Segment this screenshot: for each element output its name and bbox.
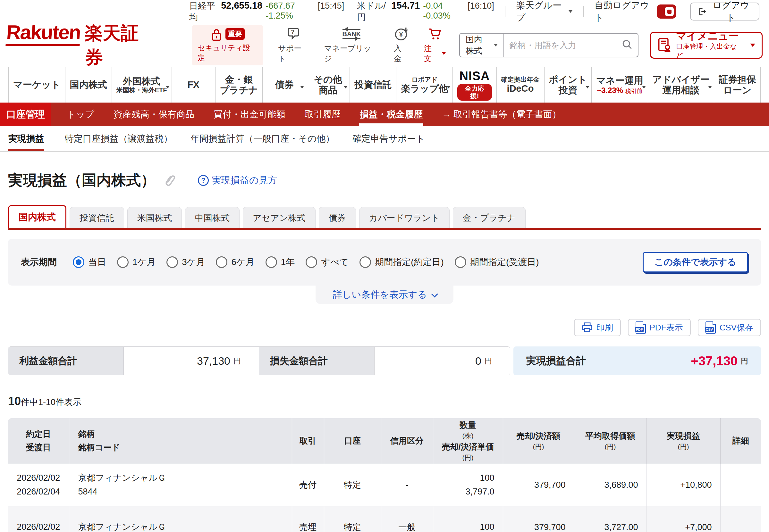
- tab-us-stock[interactable]: 米国株式: [127, 207, 182, 228]
- chevron-down-icon: [344, 84, 347, 90]
- radio-range-settle-date[interactable]: 期間指定(受渡日): [455, 256, 539, 268]
- search-icon[interactable]: [622, 39, 633, 51]
- tab-gold-platinum[interactable]: 金・プラチナ: [453, 207, 526, 228]
- radio-1month[interactable]: 1ケ月: [117, 256, 155, 268]
- csv-save-button[interactable]: CSV CSV保存: [698, 319, 761, 336]
- show-detailed-conditions-link[interactable]: 詳しい条件を表示する: [315, 286, 454, 304]
- logo-jp: 楽天証券: [85, 21, 157, 70]
- cell-margin: 一般: [381, 506, 433, 532]
- profit-total-value: 37,130円: [124, 347, 259, 375]
- nav-item-securities-loan[interactable]: 証券担保 ローン: [714, 67, 761, 103]
- nav-item-robo-advisor[interactable]: ロボアド 楽ラップ他: [396, 67, 453, 103]
- nav-item-ideco[interactable]: 確定拠出年金 iDeCo: [497, 67, 544, 103]
- csv-icon: CSV: [706, 321, 716, 334]
- radio-today[interactable]: 当日: [73, 256, 106, 268]
- filter-panel: 表示期間 当日 1ケ月 3ケ月 6ケ月 1年 すべて 期間指定(約定日): [8, 239, 761, 286]
- radio-icon: [455, 256, 466, 268]
- logout-button[interactable]: ログアウト: [690, 3, 759, 21]
- mymenu-button[interactable]: マイメニュー 口座管理・入出金など: [650, 32, 763, 59]
- cell-avg-cost: 3,689.00: [574, 464, 647, 506]
- col-dates: 約定日受渡日: [8, 418, 69, 464]
- radio-selected-icon: [73, 256, 84, 268]
- rakuten-group-menu[interactable]: 楽天グループ: [516, 0, 573, 24]
- chevron-down-icon: [642, 84, 646, 90]
- apply-filter-button[interactable]: この条件で表示する: [643, 252, 748, 272]
- chevron-down-icon: [447, 84, 451, 90]
- period-label: 表示期間: [21, 256, 57, 268]
- radio-icon: [117, 256, 129, 268]
- table-header-row: 約定日受渡日 銘柄銘柄コード 取引 口座 信用区分 数量(株) 売却/決済単価(…: [8, 418, 761, 464]
- radio-range-trade-date[interactable]: 期間指定(約定日): [359, 256, 444, 268]
- account-nav-home[interactable]: 口座管理: [0, 103, 51, 126]
- nikkei-change: -667.67 -1.25%: [265, 1, 314, 21]
- radio-icon: [216, 256, 227, 268]
- nav-item-nisa[interactable]: NISA 全力応援!: [453, 67, 496, 103]
- usdjpy-label: 米ドル/円: [357, 0, 388, 23]
- account-nav-reports[interactable]: → 取引報告書等（電子書面）: [432, 103, 571, 126]
- pdf-view-button[interactable]: PDF PDF表示: [628, 319, 691, 336]
- nav-item-money-management[interactable]: マネー運用 ~3.23% 税引前: [591, 67, 648, 103]
- moneybridge-button[interactable]: BANK マネーブリッジ: [324, 27, 379, 64]
- nav-item-point-invest[interactable]: ポイント 投資: [544, 67, 592, 103]
- subtab-tax-support[interactable]: 確定申告サポート: [343, 126, 434, 151]
- account-nav-top[interactable]: トップ: [57, 103, 104, 126]
- nav-item-foreign-stock[interactable]: 外国株式 米国株・海外ETF: [112, 67, 171, 103]
- account-nav-buying-power[interactable]: 買付・出金可能額: [204, 103, 295, 126]
- rakuten-group-label: 楽天グループ: [516, 0, 565, 24]
- nisa-badge: 全力応援!: [457, 84, 492, 101]
- tab-bonds[interactable]: 債券: [319, 207, 356, 228]
- cell-realized-pl: +7,000: [647, 506, 720, 532]
- logout-icon: [698, 7, 706, 16]
- account-nav-trade-history[interactable]: 取引履歴: [295, 103, 350, 126]
- order-button[interactable]: 注文: [424, 27, 446, 64]
- radio-1year[interactable]: 1年: [265, 256, 295, 268]
- tab-covered-warrant[interactable]: カバードワラント: [359, 207, 450, 228]
- tab-china-stock[interactable]: 中国株式: [185, 207, 239, 228]
- divider: [505, 6, 506, 17]
- subtab-specific-account[interactable]: 特定口座損益（譲渡益税）: [56, 126, 181, 151]
- paperclip-icon[interactable]: [161, 171, 180, 190]
- nav-item-domestic-stock[interactable]: 国内株式: [65, 67, 112, 103]
- nav-item-fx[interactable]: FX: [171, 67, 215, 103]
- nav-item-other-products[interactable]: その他 商品: [306, 67, 349, 103]
- search-input[interactable]: [504, 40, 622, 50]
- help-link[interactable]: ? 実現損益の見方: [198, 174, 277, 187]
- realized-pl-table: 約定日受渡日 銘柄銘柄コード 取引 口座 信用区分 数量(株) 売却/決済単価(…: [8, 418, 761, 532]
- tab-asean-stock[interactable]: アセアン株式: [243, 207, 315, 228]
- support-button[interactable]: ? サポート: [278, 27, 309, 64]
- auto-logout-toggle[interactable]: [657, 4, 676, 19]
- main-nav: マーケット 国内株式 外国株式 米国株・海外ETF FX 金・銀 プラチナ 債券…: [0, 67, 769, 103]
- chevron-down-icon: [494, 44, 498, 46]
- radio-3month[interactable]: 3ケ月: [166, 256, 205, 268]
- security-settings-button[interactable]: 重要 セキュリティ設定: [192, 25, 263, 65]
- cell-trade: 売埋: [292, 506, 324, 532]
- nav-item-funds[interactable]: 投資信託: [349, 67, 396, 103]
- subtab-annual-calc[interactable]: 年間損益計算（一般口座・その他）: [181, 126, 343, 151]
- tab-domestic-stock[interactable]: 国内株式: [8, 205, 66, 228]
- col-detail: 詳細: [720, 418, 761, 464]
- chevron-down-icon: [750, 44, 755, 47]
- logo-en: Rakuten: [5, 21, 81, 46]
- print-button[interactable]: 印刷: [574, 319, 621, 336]
- deposit-button[interactable]: ¥ 入金: [394, 27, 409, 64]
- loss-total-label: 損失金額合計: [259, 347, 374, 375]
- nav-item-market[interactable]: マーケット: [8, 67, 65, 103]
- chevron-down-icon: [431, 291, 438, 297]
- support-chat-icon: ?: [286, 27, 301, 41]
- cell-realized-pl: +10,800: [647, 464, 720, 506]
- tab-funds[interactable]: 投資信託: [70, 207, 124, 228]
- nav-item-gold-platinum[interactable]: 金・銀 プラチナ: [215, 67, 263, 103]
- search-category-select[interactable]: 国内株式: [460, 34, 504, 57]
- pl-subtabs: 実現損益 特定口座損益（譲渡益税） 年間損益計算（一般口座・その他） 確定申告サ…: [0, 126, 769, 152]
- security-label: セキュリティ設定: [197, 43, 257, 63]
- radio-all[interactable]: すべて: [305, 256, 348, 268]
- rakuten-logo[interactable]: Rakuten 楽天証券: [6, 21, 156, 70]
- chevron-down-icon: [442, 52, 446, 55]
- account-nav-balance[interactable]: 資産残高・保有商品: [104, 103, 204, 126]
- nav-item-bonds[interactable]: 債券: [262, 67, 306, 103]
- account-nav-pl-tax-history[interactable]: 損益・税金履歴: [350, 103, 432, 126]
- subtab-realized-pl[interactable]: 実現損益: [8, 126, 56, 151]
- page-title: 実現損益（国内株式）: [8, 170, 155, 190]
- radio-6month[interactable]: 6ケ月: [216, 256, 254, 268]
- nav-item-advisor[interactable]: アドバイザー 運用相談: [648, 67, 714, 103]
